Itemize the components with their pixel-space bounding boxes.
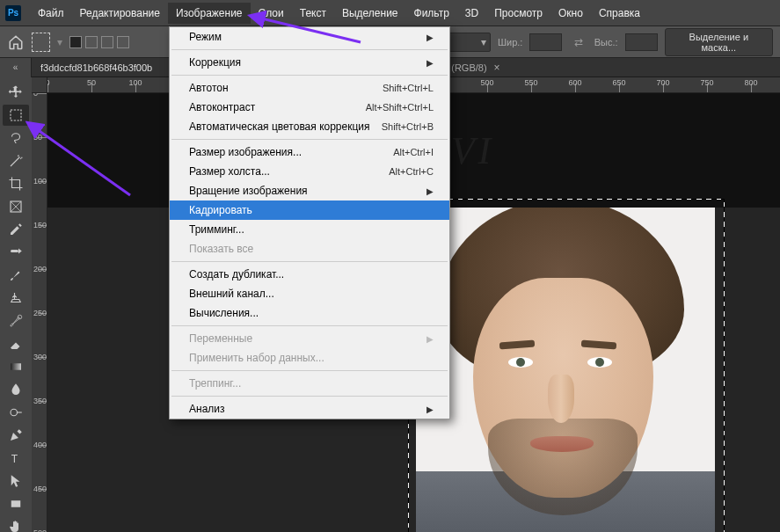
type-tool[interactable]: T [3, 448, 29, 469]
select-and-mask-button[interactable]: Выделение и маска... [665, 28, 773, 56]
ps-logo-icon: Ps [5, 5, 21, 21]
intersect-selection-icon[interactable] [117, 36, 129, 48]
menu-item-label: Вращение изображения [189, 185, 308, 197]
menu-item-применить-набор-данных-: Применить набор данных... [170, 348, 449, 368]
menu-item-вращение-изображения[interactable]: Вращение изображения▶ [170, 181, 449, 200]
menu-item-label: Вычисления... [189, 307, 259, 319]
menu-item-анализ[interactable]: Анализ▶ [170, 399, 449, 419]
menu-item-label: Анализ [189, 403, 225, 415]
spot-heal-tool[interactable] [3, 242, 29, 263]
move-tool[interactable] [3, 82, 29, 103]
menu-item-переменные: Переменные▶ [170, 329, 449, 348]
menu-item-label: Автотон [189, 82, 229, 94]
menu-item-окно[interactable]: Окно [550, 3, 591, 24]
menu-item-размер-изображения-[interactable]: Размер изображения...Alt+Ctrl+I [170, 142, 449, 162]
height-label: Выс.: [594, 37, 618, 47]
ruler-v-label: 250 [33, 309, 47, 317]
path-select-tool[interactable] [3, 470, 29, 492]
add-selection-icon[interactable] [85, 36, 98, 48]
menu-item-автотон[interactable]: АвтотонShift+Ctrl+L [170, 78, 449, 98]
ruler-v-label: 350 [33, 397, 47, 405]
history-brush-tool[interactable] [3, 310, 29, 332]
menu-item-файл[interactable]: Файл [30, 3, 72, 24]
menu-item-автоматическая-цветовая-коррекция[interactable]: Автоматическая цветовая коррекцияShift+C… [170, 117, 449, 136]
swap-dims-icon[interactable]: ⇄ [569, 33, 587, 52]
left-toolbar: T [0, 77, 32, 532]
menu-item-редактирование[interactable]: Редактирование [72, 3, 168, 24]
ruler-v-label: 300 [33, 353, 47, 361]
ruler-h-label: 700 [656, 78, 669, 87]
menu-item-внешний-канал-[interactable]: Внешний канал... [170, 284, 449, 303]
eraser-tool[interactable] [3, 333, 29, 354]
submenu-arrow-icon: ▶ [426, 334, 434, 344]
ruler-v-label: 50 [33, 133, 42, 142]
ruler-v-label: 500 [33, 528, 47, 532]
submenu-arrow-icon: ▶ [426, 33, 434, 42]
menu-item-слои[interactable]: Слои [251, 3, 292, 24]
document-tab[interactable]: f3ddccfd81b668f46b3f00b [32, 60, 161, 76]
home-icon[interactable] [7, 33, 25, 52]
menu-item-коррекция[interactable]: Коррекция▶ [170, 53, 449, 72]
close-tab-icon[interactable]: × [494, 62, 500, 74]
menu-item-создать-дубликат-[interactable]: Создать дубликат... [170, 265, 449, 284]
ruler-corner [32, 77, 47, 93]
menu-item-автоконтраст[interactable]: АвтоконтрастAlt+Shift+Ctrl+L [170, 98, 449, 117]
ruler-v-label: 100 [33, 177, 47, 186]
menu-item-фильтр[interactable]: Фильтр [406, 3, 457, 24]
menu-separator [171, 75, 448, 76]
menu-item-треппинг-: Треппинг... [170, 374, 449, 393]
dodge-tool[interactable] [3, 402, 29, 423]
ruler-v-label: 450 [33, 485, 47, 493]
subtract-selection-icon[interactable] [101, 36, 113, 48]
eyedropper-tool[interactable] [3, 219, 29, 240]
menu-item-label: Треппинг... [189, 377, 241, 390]
frame-tool[interactable] [3, 196, 29, 217]
menu-item-просмотр[interactable]: Просмотр [486, 3, 550, 24]
width-input[interactable] [529, 33, 562, 51]
height-input[interactable] [625, 33, 658, 51]
magic-wand-tool[interactable] [3, 150, 29, 171]
menu-item-label: Применить набор данных... [189, 352, 324, 364]
menu-item-label: Создать дубликат... [189, 268, 284, 281]
menu-item-справка[interactable]: Справка [591, 3, 648, 24]
menu-item-кадрировать[interactable]: Кадрировать [170, 200, 449, 220]
new-selection-icon[interactable] [69, 36, 82, 48]
document-colormode: (RGB/8) [451, 62, 486, 73]
hand-tool[interactable] [3, 516, 29, 532]
menu-item-label: Кадрировать [189, 204, 252, 216]
menu-item-label: Автоконтраст [189, 101, 255, 113]
toolbar-toggle-icon[interactable]: « [0, 58, 32, 77]
crop-tool[interactable] [3, 173, 29, 194]
ruler-h-label: 500 [480, 78, 493, 87]
menu-item-размер-холста-[interactable]: Размер холста...Alt+Ctrl+C [170, 162, 449, 181]
document-filename: f3ddccfd81b668f46b3f00b [40, 62, 152, 73]
ruler-v-label: 150 [33, 221, 47, 230]
blur-tool[interactable] [3, 379, 29, 400]
menu-item-shortcut: Alt+Shift+Ctrl+L [366, 102, 434, 113]
menu-item-label: Размер изображения... [189, 146, 302, 158]
menu-item-shortcut: Shift+Ctrl+L [383, 83, 434, 93]
menu-item-3d[interactable]: 3D [457, 3, 486, 24]
tool-preset-icon[interactable] [32, 33, 49, 52]
menu-item-режим[interactable]: Режим▶ [170, 27, 449, 47]
lasso-tool[interactable] [3, 128, 29, 149]
pen-tool[interactable] [3, 425, 29, 446]
menu-item-тримминг-[interactable]: Тримминг... [170, 220, 449, 239]
gradient-tool[interactable] [3, 356, 29, 377]
rectangle-tool[interactable] [3, 493, 29, 514]
brush-tool[interactable] [3, 265, 29, 286]
menu-item-текст[interactable]: Текст [292, 3, 334, 24]
clone-stamp-tool[interactable] [3, 288, 29, 309]
menu-separator [171, 370, 448, 371]
svg-rect-0 [11, 110, 21, 120]
menu-item-изображение[interactable]: Изображение [168, 3, 251, 24]
menu-item-shortcut: Alt+Ctrl+C [389, 166, 434, 177]
marquee-tool[interactable] [3, 105, 29, 126]
menu-item-вычисления-[interactable]: Вычисления... [170, 303, 449, 323]
ruler-h-label: 550 [524, 78, 537, 87]
menu-separator [171, 396, 448, 397]
ruler-v-label: 200 [33, 265, 47, 273]
menu-item-выделение[interactable]: Выделение [334, 3, 406, 24]
ruler-h-label: 50 [87, 78, 96, 87]
menu-item-label: Показать все [189, 243, 253, 255]
